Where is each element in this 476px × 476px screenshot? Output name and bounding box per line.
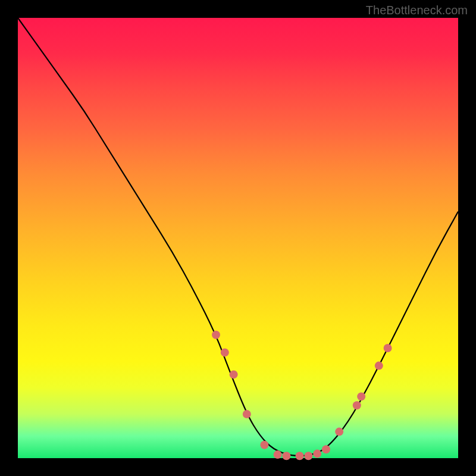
curve-path: [18, 18, 458, 456]
marker-dot: [274, 450, 282, 459]
marker-dot: [375, 362, 383, 370]
marker-dot: [260, 441, 268, 449]
marker-dot: [335, 428, 343, 436]
marker-dot: [384, 344, 392, 352]
marker-dot: [282, 452, 290, 460]
plot-area: [18, 18, 458, 458]
marker-dot: [322, 445, 330, 453]
marker-dot: [243, 410, 251, 418]
marker-dot: [296, 452, 304, 460]
marker-dot: [313, 450, 321, 458]
chart-svg: [18, 18, 458, 458]
marker-dot: [230, 370, 238, 378]
marker-dot: [353, 401, 361, 409]
marker-dot: [212, 331, 220, 339]
watermark-text: TheBottleneck.com: [366, 4, 468, 17]
marker-dot: [357, 392, 365, 400]
marker-dot: [304, 452, 312, 460]
marker-dot: [221, 348, 229, 356]
